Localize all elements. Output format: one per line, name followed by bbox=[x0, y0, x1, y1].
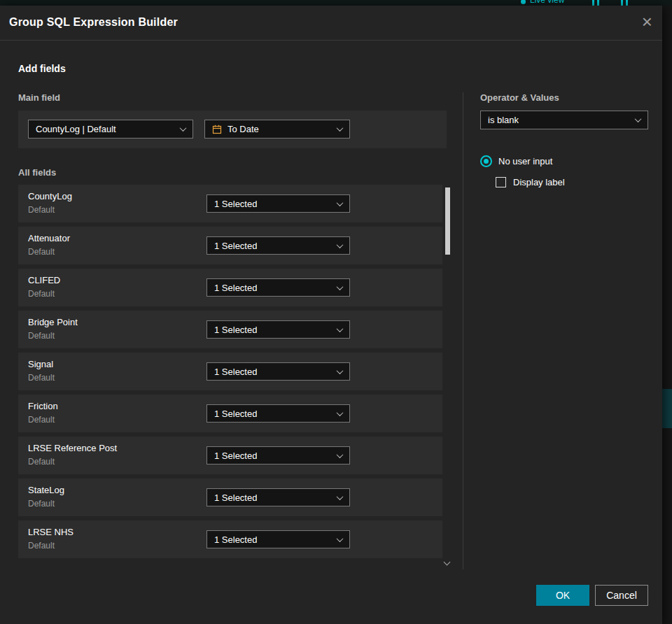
chevron-down-icon bbox=[337, 241, 344, 248]
toolbar-icon bbox=[597, 0, 599, 6]
live-view-label: Live view bbox=[530, 0, 564, 5]
all-fields-label: All fields bbox=[18, 167, 56, 178]
field-selected-dropdown[interactable]: 1 Selected bbox=[206, 404, 350, 423]
field-row: Bridge Point Default 1 Selected bbox=[18, 311, 442, 348]
field-subtitle: Default bbox=[28, 541, 55, 551]
field-selected-dropdown-value: 1 Selected bbox=[214, 534, 257, 545]
live-view-indicator-icon bbox=[521, 0, 526, 4]
operator-dropdown[interactable]: is blank bbox=[480, 111, 648, 129]
main-field-dropdown-value: CountyLog | Default bbox=[36, 124, 116, 134]
field-subtitle: Default bbox=[28, 373, 55, 383]
fields-list-scrollbar[interactable] bbox=[444, 186, 451, 568]
field-selected-dropdown[interactable]: 1 Selected bbox=[206, 488, 350, 506]
toolbar-icon bbox=[592, 0, 594, 6]
field-selected-dropdown-value: 1 Selected bbox=[214, 367, 257, 377]
field-name: CountyLog bbox=[28, 191, 72, 201]
main-field-dropdown[interactable]: CountyLog | Default bbox=[28, 120, 193, 139]
ok-button[interactable]: OK bbox=[536, 585, 589, 606]
chevron-down-icon bbox=[337, 283, 344, 290]
field-selected-dropdown-value: 1 Selected bbox=[214, 492, 257, 503]
field-selected-dropdown[interactable]: 1 Selected bbox=[206, 236, 350, 255]
field-name: StateLog bbox=[28, 485, 64, 495]
field-name: CLIFED bbox=[28, 275, 60, 285]
chevron-down-icon bbox=[635, 115, 642, 122]
field-subtitle: Default bbox=[28, 415, 55, 425]
chevron-down-icon bbox=[337, 367, 344, 374]
chevron-down-icon bbox=[337, 451, 344, 458]
field-subtitle: Default bbox=[28, 499, 55, 509]
field-subtitle: Default bbox=[28, 289, 55, 299]
display-label-text: Display label bbox=[513, 177, 565, 187]
background-toolbar: Live view bbox=[0, 0, 672, 6]
scrollbar-thumb[interactable] bbox=[445, 187, 450, 255]
field-selected-dropdown[interactable]: 1 Selected bbox=[206, 362, 350, 381]
field-row: CountyLog Default 1 Selected bbox=[18, 185, 442, 222]
dialog-header: Group SQL Expression Builder × bbox=[0, 6, 662, 41]
operator-dropdown-value: is blank bbox=[488, 115, 519, 125]
field-subtitle: Default bbox=[28, 205, 55, 215]
field-selected-dropdown-value: 1 Selected bbox=[214, 199, 257, 209]
background-panel-fragment bbox=[662, 389, 672, 428]
main-field-panel: CountyLog | Default To Date bbox=[18, 111, 447, 148]
scrollbar-down-arrow-icon[interactable] bbox=[444, 561, 450, 567]
field-selected-dropdown-value: 1 Selected bbox=[214, 325, 257, 335]
calendar-icon bbox=[212, 125, 222, 134]
field-selected-dropdown[interactable]: 1 Selected bbox=[206, 446, 350, 465]
close-icon[interactable]: × bbox=[642, 13, 652, 31]
chevron-down-icon bbox=[337, 125, 344, 132]
radio-selected-icon bbox=[480, 155, 492, 167]
chevron-down-icon bbox=[337, 409, 344, 416]
chevron-down-icon bbox=[180, 125, 187, 132]
field-row: Attenuator Default 1 Selected bbox=[18, 227, 442, 264]
field-selected-dropdown-value: 1 Selected bbox=[214, 283, 257, 293]
field-row: LRSE NHS Default 1 Selected bbox=[18, 520, 442, 558]
field-selected-dropdown[interactable]: 1 Selected bbox=[206, 320, 350, 339]
chevron-down-icon bbox=[337, 199, 344, 206]
background-panel bbox=[662, 6, 672, 624]
column-divider bbox=[463, 92, 463, 569]
chevron-down-icon bbox=[337, 325, 344, 332]
field-row: LRSE Reference Post Default 1 Selected bbox=[18, 437, 442, 474]
field-name: Friction bbox=[28, 401, 58, 411]
operator-values-label: Operator & Values bbox=[480, 92, 559, 103]
field-subtitle: Default bbox=[28, 457, 55, 467]
no-user-input-radio[interactable]: No user input bbox=[480, 155, 552, 167]
field-row: Signal Default 1 Selected bbox=[18, 353, 442, 390]
add-fields-heading: Add fields bbox=[18, 63, 66, 74]
main-field-label: Main field bbox=[18, 92, 60, 103]
toolbar-icon bbox=[626, 0, 628, 6]
date-field-dropdown[interactable]: To Date bbox=[204, 120, 350, 139]
display-label-checkbox[interactable]: Display label bbox=[496, 176, 565, 187]
field-selected-dropdown[interactable]: 1 Selected bbox=[206, 530, 350, 548]
field-name: Attenuator bbox=[28, 233, 70, 243]
group-sql-expression-builder-dialog: Group SQL Expression Builder × Add field… bbox=[0, 6, 662, 624]
field-subtitle: Default bbox=[28, 247, 55, 257]
toolbar-icon bbox=[621, 0, 623, 6]
field-selected-dropdown[interactable]: 1 Selected bbox=[206, 194, 350, 213]
field-subtitle: Default bbox=[28, 331, 55, 341]
field-row: Friction Default 1 Selected bbox=[18, 395, 442, 432]
checkbox-icon bbox=[496, 177, 506, 187]
dialog-title: Group SQL Expression Builder bbox=[9, 16, 178, 29]
date-field-dropdown-value: To Date bbox=[227, 124, 259, 134]
field-name: LRSE NHS bbox=[28, 527, 74, 537]
field-selected-dropdown-value: 1 Selected bbox=[214, 241, 257, 251]
chevron-down-icon bbox=[337, 535, 344, 542]
field-row: CLIFED Default 1 Selected bbox=[18, 269, 442, 306]
cancel-button[interactable]: Cancel bbox=[595, 585, 648, 606]
all-fields-list: CountyLog Default 1 Selected Attenuator … bbox=[18, 185, 442, 562]
field-name: Bridge Point bbox=[28, 317, 78, 327]
field-name: LRSE Reference Post bbox=[28, 443, 117, 453]
field-row: StateLog Default 1 Selected bbox=[18, 478, 442, 516]
field-name: Signal bbox=[28, 359, 53, 369]
field-selected-dropdown[interactable]: 1 Selected bbox=[206, 278, 350, 297]
field-selected-dropdown-value: 1 Selected bbox=[214, 451, 257, 461]
field-selected-dropdown-value: 1 Selected bbox=[214, 409, 257, 419]
chevron-down-icon bbox=[337, 493, 344, 500]
no-user-input-label: No user input bbox=[498, 156, 552, 166]
